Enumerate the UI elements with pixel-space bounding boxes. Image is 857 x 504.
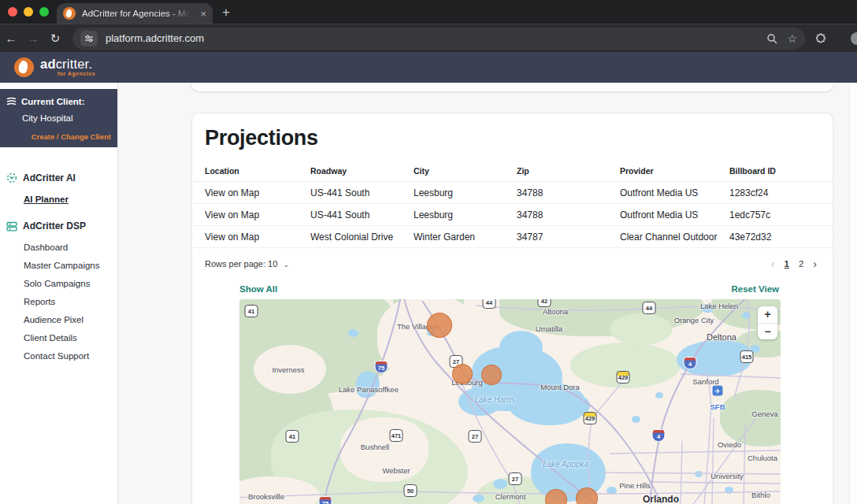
table-cell: Outfront Media US [620,209,729,220]
zoom-out-button[interactable]: − [758,324,777,340]
billboard-marker[interactable] [427,313,452,338]
billboard-marker[interactable] [452,364,473,384]
view-on-map-link[interactable]: View on Map [205,187,310,198]
view-on-map-link[interactable]: View on Map [205,232,310,243]
pager: ‹ 12 › [771,258,817,270]
map-label: SFB [710,402,725,411]
projections-card: Projections LocationRoadwayCityZipProvid… [191,113,833,504]
map-label: Webster [382,466,410,475]
logo-critter: critter. [56,57,93,71]
map-label: Lake Apopka [543,460,588,469]
page-number-2[interactable]: 2 [799,259,803,269]
map-label: Pine Hills [619,481,651,490]
table-cell: 1283cf24 [729,187,833,198]
column-header: Billboard ID [729,166,833,176]
table-cell: Winter Garden [414,232,517,243]
site-settings-icon[interactable] [80,31,98,46]
current-client-label: Current Client: [21,97,85,106]
close-tab-icon[interactable]: × [200,8,206,20]
ai-items: AI Planner [0,190,117,208]
column-header: Zip [517,166,620,176]
route-shield: 4 [652,429,666,442]
table-cell: 43e72d32 [729,232,833,243]
rows-per-page[interactable]: Rows per page: 10 ⌄ [205,259,289,269]
sidebar-item-ai-planner[interactable]: AI Planner [0,190,117,208]
sidebar-item-audience-pixel[interactable]: Audience Pixel [0,310,117,328]
create-change-client-link[interactable]: Create / Change Client [6,132,111,141]
minimize-window-button[interactable] [24,7,33,17]
sidebar: Current Client: City Hospital Create / C… [0,83,118,504]
table-cell: US-441 South [310,209,414,220]
zoom-page-icon[interactable] [766,33,777,44]
route-shield: 429 [584,412,597,424]
billboard-marker[interactable] [576,487,598,504]
page-number-1[interactable]: 1 [785,259,789,269]
table-body: View on MapUS-441 SouthLeesburg34788Outf… [192,182,833,248]
route-shield: 41 [286,430,299,443]
favicon-icon [63,7,76,20]
map-label: Altoona [543,307,568,316]
route-shield: 27 [469,430,482,443]
column-header: Provider [620,166,729,176]
map-label: Bithlo [751,491,770,499]
browser-toolbar: ← → ↻ platform.adcritter.com ☆ [0,24,857,52]
route-shield: 75 [375,361,388,373]
map-label: Inverness [272,365,304,374]
route-shield: 471 [390,429,403,442]
table-cell: Clear Channel Outdoor [620,232,729,243]
map-label: Sanford [692,377,718,386]
extensions-puzzle-icon[interactable] [814,31,827,46]
column-header: City [414,166,517,176]
table-cell: 34787 [517,232,620,243]
zoom-in-button[interactable]: + [758,306,777,324]
sidebar-item-reports[interactable]: Reports [0,292,117,310]
close-window-button[interactable] [8,7,17,17]
layers-icon [6,97,17,106]
map-label: Lake Helen [700,302,738,310]
scrollbar[interactable] [849,83,857,504]
previous-card-edge [191,83,833,91]
reload-icon[interactable]: ↻ [44,32,66,46]
reset-view-link[interactable]: Reset View [731,284,779,294]
sidebar-item-client-details[interactable]: Client Details [0,328,117,346]
sidebar-item-master-campaigns[interactable]: Master Campaigns [0,256,117,274]
route-shield: 50 [404,484,417,497]
table-cell: Leesburg [414,209,517,220]
url-text[interactable]: platform.adcritter.com [106,32,757,44]
route-shield: 415 [740,350,754,363]
forward-icon[interactable]: → [22,32,44,45]
column-header: Location [205,166,310,176]
rows-per-page-value[interactable]: 10 [268,259,277,269]
prev-page-icon[interactable]: ‹ [771,258,775,270]
table-cell: 1edc757c [729,209,833,220]
chevron-down-icon[interactable]: ⌄ [283,261,289,269]
map-label: Brooksville [248,492,284,501]
next-page-icon[interactable]: › [813,258,817,270]
maximize-window-button[interactable] [39,7,49,17]
dsp-items: DashboardMaster CampaignsSolo CampaignsR… [0,238,117,365]
bookmark-star-icon[interactable]: ☆ [787,32,797,45]
map-label: University [710,472,744,480]
map-label: Mount Dora [540,383,580,391]
view-on-map-link[interactable]: View on Map [205,209,310,220]
sidebar-item-dashboard[interactable]: Dashboard [0,238,117,256]
map[interactable]: ✈ The VillagesInvernessLake PanasoffkeeL… [239,299,781,504]
new-tab-button[interactable]: + [222,5,230,20]
sidebar-item-solo-campaigns[interactable]: Solo Campaigns [0,274,117,292]
profile-avatar[interactable] [851,32,857,45]
map-label: Clermont [495,492,526,501]
address-bar[interactable]: platform.adcritter.com ☆ [72,28,805,50]
billboard-marker[interactable] [481,365,502,385]
route-shield: 42 [538,299,551,307]
map-label: Orange City [674,316,714,324]
map-zoom-control[interactable]: + − [758,306,777,339]
logo-ad: ad [40,57,56,71]
current-client-panel: Current Client: City Hospital Create / C… [0,89,117,147]
sidebar-item-contact-support[interactable]: Contact Support [0,346,117,365]
browser-tab[interactable]: AdCritter for Agencies - Mast × [57,3,213,24]
map-label: Orlando [643,494,679,504]
window-controls[interactable] [8,7,49,17]
back-icon[interactable]: ← [0,32,22,45]
map-label: Oviedo [718,440,741,449]
show-all-link[interactable]: Show All [239,284,277,294]
